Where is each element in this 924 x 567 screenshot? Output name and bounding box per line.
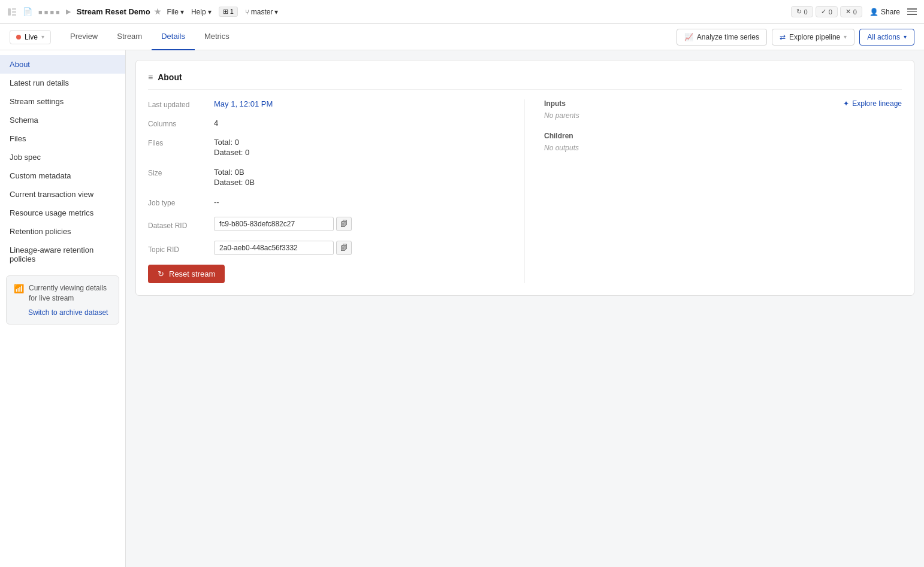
topic-rid-row: Topic RID 🗐	[148, 241, 505, 255]
columns-value: 4	[214, 119, 218, 128]
top-bar-right: ↻ 0 ✓ 0 ✕ 0 👤 Share	[791, 6, 917, 17]
svg-rect-2	[12, 11, 16, 13]
help-menu[interactable]: Help ▾	[191, 8, 212, 16]
breadcrumb-arrow: ▶	[66, 8, 71, 16]
nav-right: 📈 Analyze time series ⇄ Explore pipeline…	[677, 29, 914, 46]
file-menu[interactable]: File ▾	[167, 8, 184, 16]
children-section: Children No outputs	[544, 132, 902, 152]
inputs-label: Inputs	[544, 99, 579, 108]
all-actions-button[interactable]: All actions ▾	[859, 29, 914, 46]
explore-pipeline-button[interactable]: ⇄ Explore pipeline ▾	[772, 29, 854, 46]
status-pill-error[interactable]: ✕ 0	[840, 6, 862, 17]
last-updated-label: Last updated	[148, 99, 214, 109]
about-grid: Last updated May 1, 12:01 PM Columns 4 F…	[148, 99, 902, 283]
breadcrumb-dots: ■ ■ ■ ■	[38, 8, 60, 16]
children-sub-label: No outputs	[544, 144, 902, 152]
switch-to-archive-link[interactable]: Switch to archive dataset	[28, 308, 111, 317]
live-dot	[16, 35, 21, 40]
tab-preview[interactable]: Preview	[61, 24, 107, 50]
sidebar-notice: 📶 Currently viewing details for live str…	[6, 275, 119, 325]
sidebar-item-retention-policies[interactable]: Retention policies	[0, 222, 125, 241]
tab-metrics[interactable]: Metrics	[195, 24, 239, 50]
sidebar-item-latest-run[interactable]: Latest run details	[0, 74, 125, 92]
size-value: Total: 0B Dataset: 0B	[214, 168, 255, 188]
reset-stream-button[interactable]: ↻ Reset stream	[148, 265, 225, 283]
app-title-text: Stream Reset Demo	[77, 7, 150, 16]
topic-rid-copy-button[interactable]: 🗐	[336, 241, 352, 255]
topic-rid-input-wrap: 🗐	[214, 241, 352, 255]
nav-tabs: Preview Stream Details Metrics	[61, 24, 239, 50]
sidebar-item-files[interactable]: Files	[0, 129, 125, 148]
files-label: Files	[148, 138, 214, 147]
share-button[interactable]: 👤 Share	[869, 8, 900, 16]
sidebar: About Latest run details Stream settings…	[0, 50, 126, 567]
explore-lineage-icon: ✦	[843, 99, 849, 108]
sidebar-item-stream-settings[interactable]: Stream settings	[0, 92, 125, 111]
tab-details[interactable]: Details	[152, 24, 195, 50]
inputs-section: Inputs No parents	[544, 99, 579, 120]
main-layout: About Latest run details Stream settings…	[0, 50, 924, 567]
status-pill-refresh[interactable]: ↻ 0	[791, 6, 813, 17]
live-stream-icon: 📶	[14, 283, 24, 295]
dataset-rid-input[interactable]	[214, 217, 334, 231]
last-updated-value[interactable]: May 1, 12:01 PM	[214, 99, 273, 108]
list-icon: ≡	[148, 72, 153, 82]
svg-rect-1	[12, 8, 16, 10]
columns-row: Columns 4	[148, 119, 505, 128]
status-pills: ↻ 0 ✓ 0 ✕ 0	[791, 6, 862, 17]
topic-rid-input[interactable]	[214, 241, 334, 255]
columns-label: Columns	[148, 119, 214, 128]
live-badge[interactable]: Live ▾	[10, 30, 51, 44]
sidebar-toggle-icon[interactable]	[7, 7, 17, 17]
size-row: Size Total: 0B Dataset: 0B	[148, 168, 505, 188]
topic-rid-label: Topic RID	[148, 242, 214, 254]
about-header: ≡ About	[148, 72, 902, 90]
last-updated-row: Last updated May 1, 12:01 PM	[148, 99, 505, 109]
children-label: Children	[544, 132, 902, 140]
job-type-label: Job type	[148, 198, 214, 207]
top-bar-left: 📄 ■ ■ ■ ■ ▶ Stream Reset Demo ★ File ▾ H…	[7, 7, 278, 17]
nav-left: Live ▾ Preview Stream Details Metrics	[10, 24, 239, 50]
svg-rect-0	[8, 8, 11, 16]
files-value: Total: 0 Dataset: 0	[214, 138, 249, 158]
star-icon[interactable]: ★	[154, 7, 161, 16]
branch-count: ⊞ 1	[219, 7, 238, 17]
nav-bar: Live ▾ Preview Stream Details Metrics 📈 …	[0, 24, 924, 50]
svg-rect-3	[12, 14, 16, 16]
about-left-col: Last updated May 1, 12:01 PM Columns 4 F…	[148, 99, 525, 283]
app-title: Stream Reset Demo ★	[77, 7, 161, 16]
reset-icon: ↻	[158, 269, 164, 278]
sidebar-notice-text: 📶 Currently viewing details for live str…	[14, 283, 111, 304]
doc-icon: 📄	[23, 7, 32, 16]
status-pill-check[interactable]: ✓ 0	[816, 6, 838, 17]
dataset-rid-input-wrap: 🗐	[214, 217, 352, 231]
about-right-col: Inputs No parents ✦ Explore lineage Chil…	[525, 99, 902, 283]
top-bar-menu: File ▾ Help ▾ ⊞ 1 ⑂ master ▾	[167, 7, 279, 17]
top-bar: 📄 ■ ■ ■ ■ ▶ Stream Reset Demo ★ File ▾ H…	[0, 0, 924, 24]
sidebar-item-schema[interactable]: Schema	[0, 111, 125, 129]
size-label: Size	[148, 168, 214, 177]
menu-lines-icon[interactable]	[907, 8, 917, 15]
dataset-rid-label: Dataset RID	[148, 218, 214, 230]
about-title: About	[158, 72, 182, 82]
dataset-rid-copy-button[interactable]: 🗐	[336, 217, 352, 231]
dataset-rid-row: Dataset RID 🗐	[148, 217, 505, 231]
analyze-time-series-button[interactable]: 📈 Analyze time series	[677, 29, 767, 46]
main-content: ≡ About Last updated May 1, 12:01 PM Col…	[126, 50, 924, 567]
sidebar-item-lineage-retention[interactable]: Lineage-aware retention policies	[0, 241, 125, 268]
sidebar-item-about[interactable]: About	[0, 55, 125, 74]
explore-lineage-button[interactable]: ✦ Explore lineage	[843, 99, 902, 108]
sidebar-item-current-transaction[interactable]: Current transaction view	[0, 185, 125, 204]
tab-stream[interactable]: Stream	[107, 24, 152, 50]
branch-selector[interactable]: ⑂ master ▾	[245, 8, 279, 16]
sidebar-item-job-spec[interactable]: Job spec	[0, 148, 125, 166]
job-type-value: --	[214, 198, 219, 207]
inputs-sub-label: No parents	[544, 111, 579, 120]
sidebar-item-custom-metadata[interactable]: Custom metadata	[0, 166, 125, 185]
about-card: ≡ About Last updated May 1, 12:01 PM Col…	[135, 60, 914, 296]
files-row: Files Total: 0 Dataset: 0	[148, 138, 505, 158]
sidebar-item-resource-usage[interactable]: Resource usage metrics	[0, 204, 125, 222]
job-type-row: Job type --	[148, 198, 505, 207]
